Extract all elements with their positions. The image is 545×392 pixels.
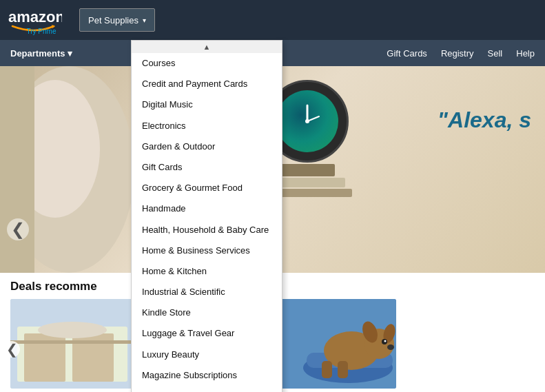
svg-rect-37 [322,361,332,378]
scroll-up-button[interactable]: ▲ [132,41,282,53]
menu-item-home-business[interactable]: Home & Business Services [132,240,282,261]
bedroom-image [10,299,134,389]
svg-rect-38 [338,361,348,378]
menu-item-kindle[interactable]: Kindle Store [132,302,282,323]
svg-point-35 [384,340,387,342]
svg-point-14 [38,322,107,338]
menu-item-movies-tv[interactable]: Movies & TV [132,386,282,392]
svg-rect-13 [10,340,134,344]
svg-point-36 [387,344,394,350]
menu-item-garden-outdoor[interactable]: Garden & Outdoor [132,136,282,157]
amazon-logo[interactable]: amazon Try Prime [7,6,62,35]
svg-text:amazon: amazon [8,8,62,25]
svg-rect-4 [0,66,34,273]
departments-label: Departments [10,48,65,59]
svg-point-8 [305,119,309,123]
menu-item-industrial[interactable]: Industrial & Scientific [132,282,282,302]
menu-item-electronics[interactable]: Electronics [132,116,282,136]
departments-arrow-icon: ▾ [68,48,72,59]
deal-card-bedroom[interactable] [10,299,134,389]
nav-gift-cards[interactable]: Gift Cards [387,48,427,59]
menu-item-grocery[interactable]: Grocery & Gourmet Food [132,178,282,198]
menu-item-magazine[interactable]: Magazine Subscriptions [132,365,282,386]
menu-item-health-household[interactable]: Health, Household & Baby Care [132,220,282,240]
alexa-text: "Alexa, s [438,107,531,133]
dropdown-menu: ▲ Courses Credit and Payment Cards Digit… [131,40,282,392]
dropdown-arrow-icon: ▾ [143,17,146,24]
nav-sell[interactable]: Sell [488,48,503,59]
menu-item-luggage[interactable]: Luggage & Travel Gear [132,323,282,344]
menu-item-gift-cards[interactable]: Gift Cards [132,157,282,178]
menu-item-digital-music[interactable]: Digital Music [132,94,282,115]
nav-registry[interactable]: Registry [441,48,474,59]
nav-links: Gift Cards Registry Sell Help [387,48,535,59]
dog-image [272,299,396,389]
deals-prev-arrow[interactable]: ❮ [3,341,20,358]
hero-left-decoration [0,66,131,273]
menu-item-luxury-beauty[interactable]: Luxury Beauty [132,344,282,365]
deal-card-dog[interactable] [272,299,396,389]
dropdown-label: Pet Supplies [88,15,138,25]
header: amazon Try Prime Pet Supplies ▾ [0,0,545,40]
category-dropdown-button[interactable]: Pet Supplies ▾ [79,8,155,32]
menu-item-credit-payment[interactable]: Credit and Payment Cards [132,74,282,94]
menu-item-handmade[interactable]: Handmade [132,198,282,219]
nav-help[interactable]: Help [516,48,535,59]
hero-prev-arrow[interactable]: ❮ [7,218,29,240]
departments-button[interactable]: Departments ▾ [10,48,72,59]
menu-item-courses[interactable]: Courses [132,53,282,74]
try-prime-label[interactable]: Try Prime [27,28,56,35]
menu-item-home-kitchen[interactable]: Home & Kitchen [132,261,282,282]
